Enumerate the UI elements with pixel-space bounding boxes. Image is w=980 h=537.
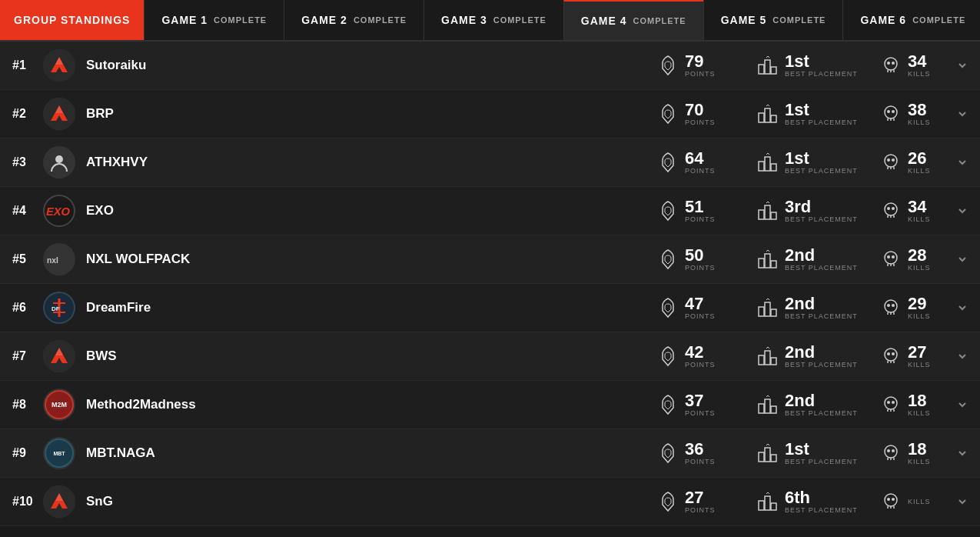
kills-icon xyxy=(879,344,903,369)
expand-chevron[interactable] xyxy=(957,205,968,216)
kills-value: 26 xyxy=(908,150,931,167)
game-label-5: GAME 5 xyxy=(721,14,767,26)
expand-chevron[interactable] xyxy=(957,108,968,119)
svg-point-58 xyxy=(892,449,895,452)
table-row[interactable]: #8 M2M Method2Madness 37 POINTS 2nd BEST… xyxy=(0,381,980,429)
svg-point-57 xyxy=(887,449,890,452)
points-icon xyxy=(656,441,680,465)
team-name: NXL WOLFPACK xyxy=(86,252,640,267)
team-name: MBT.NAGA xyxy=(86,445,640,461)
svg-point-3 xyxy=(885,58,897,70)
placement-stat: 3rd BEST PLACEMENT xyxy=(756,198,863,223)
placement-stat: 2nd BEST PLACEMENT xyxy=(756,344,863,369)
points-stat: 51 POINTS xyxy=(656,198,740,223)
points-stat: 47 POINTS xyxy=(656,295,740,320)
game-1-tab[interactable]: GAME 1 COMPLETE xyxy=(144,0,284,40)
svg-rect-37 xyxy=(771,309,776,316)
table-row[interactable]: #5 nxl NXL WOLFPACK 50 POINTS 2nd BEST P… xyxy=(0,235,980,284)
table-row[interactable]: #1 Sutoraiku 79 POINTS 1st BEST PLACEMEN… xyxy=(0,42,980,90)
svg-rect-42 xyxy=(765,351,770,365)
team-avatar: EXO xyxy=(43,195,75,227)
team-avatar: nxl xyxy=(43,243,75,275)
expand-chevron[interactable] xyxy=(957,254,968,265)
placement-value: 3rd xyxy=(785,198,858,215)
svg-point-18 xyxy=(892,158,895,162)
placement-value: 1st xyxy=(785,441,858,458)
expand-chevron[interactable] xyxy=(957,399,968,410)
table-row[interactable]: #3 ATHXHVY 64 POINTS 1st BEST PLACEMENT xyxy=(0,138,980,187)
svg-point-9 xyxy=(885,106,897,118)
expand-chevron[interactable] xyxy=(957,351,968,362)
svg-point-25 xyxy=(892,207,895,210)
table-row[interactable]: #2 BRP 70 POINTS 1st BEST PLACEMENT xyxy=(0,90,980,138)
svg-text:nxl: nxl xyxy=(47,256,58,265)
svg-rect-61 xyxy=(771,503,776,510)
team-avatar xyxy=(43,49,75,82)
team-avatar xyxy=(43,485,75,518)
svg-point-51 xyxy=(887,401,890,404)
game-6-tab[interactable]: GAME 6 COMPLETE xyxy=(842,0,980,40)
team-rank: #8 xyxy=(12,398,43,412)
kills-stat: 27KILLS xyxy=(879,344,948,369)
game-status-2: COMPLETE xyxy=(354,15,407,25)
kills-icon xyxy=(879,53,903,78)
points-stat: 42 POINTS xyxy=(656,344,740,369)
game-label-6: GAME 6 xyxy=(860,14,906,26)
points-stat: 70 POINTS xyxy=(656,102,740,126)
table-row[interactable]: #9 MBT MBT.NAGA 36 POINTS 1st BEST PLACE… xyxy=(0,429,980,478)
team-avatar xyxy=(43,340,75,372)
group-standings-tab[interactable]: GROUP STANDINGS xyxy=(0,0,144,40)
team-rank: #4 xyxy=(12,204,43,218)
svg-rect-29 xyxy=(771,261,776,268)
game-3-tab[interactable]: GAME 3 COMPLETE xyxy=(424,0,563,40)
svg-point-12 xyxy=(55,155,63,163)
expand-chevron[interactable] xyxy=(957,302,968,313)
svg-point-62 xyxy=(885,494,897,506)
table-row[interactable]: #10 SnG 27 POINTS 6th BEST PLACEMENT xyxy=(0,478,980,526)
svg-point-17 xyxy=(887,158,890,162)
team-rank: #2 xyxy=(12,107,43,121)
game-status-3: COMPLETE xyxy=(493,15,546,25)
table-row[interactable]: #4 EXO EXO 51 POINTS 3rd BEST PLACEMENT xyxy=(0,187,980,235)
kills-stat: 18KILLS xyxy=(879,392,948,417)
team-avatar xyxy=(43,146,75,178)
expand-chevron[interactable] xyxy=(957,157,968,168)
placement-value: 2nd xyxy=(785,344,858,361)
points-stat: 36 POINTS xyxy=(656,441,740,465)
points-stat: 37 POINTS xyxy=(656,392,740,417)
placement-stat: 1st BEST PLACEMENT xyxy=(756,102,863,126)
svg-rect-8 xyxy=(771,115,776,122)
game-2-tab[interactable]: GAME 2 COMPLETE xyxy=(284,0,424,40)
points-icon xyxy=(656,295,680,320)
kills-value: 27 xyxy=(908,344,931,361)
table-row[interactable]: #7 BWS 42 POINTS 2nd BEST PLACEMENT xyxy=(0,332,980,381)
placement-value: 1st xyxy=(785,102,858,118)
points-icon xyxy=(656,53,680,78)
points-stat: 64 POINTS xyxy=(656,150,740,175)
game-4-tab[interactable]: GAME 4 COMPLETE xyxy=(563,0,703,40)
kills-stat: 29KILLS xyxy=(879,295,948,320)
svg-rect-6 xyxy=(759,113,764,122)
svg-point-5 xyxy=(892,62,895,65)
svg-point-16 xyxy=(885,155,897,167)
points-value: 27 xyxy=(685,489,716,506)
kills-stat: 26KILLS xyxy=(879,150,948,175)
team-name: Sutoraiku xyxy=(86,58,640,73)
expand-chevron[interactable] xyxy=(957,448,968,459)
placement-icon xyxy=(756,53,780,78)
svg-rect-43 xyxy=(771,358,776,365)
placement-icon xyxy=(756,441,780,465)
team-avatar xyxy=(43,98,75,130)
table-row[interactable]: #6 DF DreamFire 47 POINTS 2nd BEST PLACE… xyxy=(0,284,980,332)
kills-icon xyxy=(879,198,903,223)
expand-chevron[interactable] xyxy=(957,496,968,507)
svg-point-31 xyxy=(887,255,890,258)
kills-stat: 38KILLS xyxy=(879,102,948,126)
svg-rect-53 xyxy=(759,452,764,462)
expand-chevron[interactable] xyxy=(957,60,968,71)
kills-icon xyxy=(879,441,903,465)
game-5-tab[interactable]: GAME 5 COMPLETE xyxy=(703,0,843,40)
points-stat: 79 POINTS xyxy=(656,53,740,78)
kills-stat: 18KILLS xyxy=(879,441,948,465)
points-value: 79 xyxy=(685,53,716,70)
